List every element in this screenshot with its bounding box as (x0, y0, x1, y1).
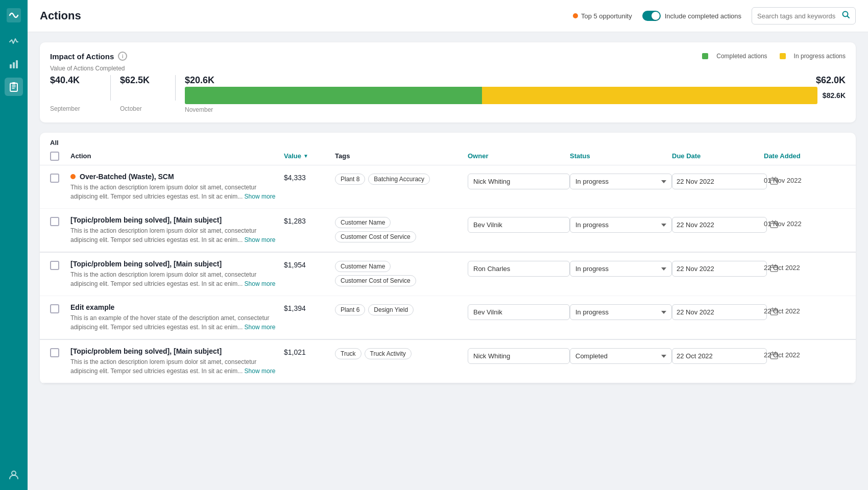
top5-dot (70, 174, 76, 179)
row-checkbox[interactable] (50, 348, 59, 357)
due-date-cell (672, 216, 764, 233)
due-date-input[interactable] (672, 217, 767, 233)
value-cell: $1,954 (284, 260, 335, 269)
svg-rect-4 (10, 83, 17, 91)
show-more-link[interactable]: Show more (245, 280, 276, 287)
progress-bar: $82.6K (185, 87, 846, 104)
col-due-date-header[interactable]: Due Date (672, 152, 764, 160)
user-icon[interactable] (5, 465, 23, 484)
status-cell: In progress Completed Not started (570, 260, 672, 277)
col-value-header[interactable]: Value ▼ (284, 152, 335, 160)
page-header: Actions Top 5 opportunity Include comple… (28, 0, 868, 32)
tag-item[interactable]: Plant 8 (335, 174, 365, 185)
oct-value: $62.5K (120, 75, 150, 86)
tag-item[interactable]: Customer Cost of Service (335, 231, 416, 242)
completed-actions-toggle-group: Include completed actions (642, 11, 741, 21)
due-date-input[interactable] (672, 304, 767, 320)
value-cell: $4,333 (284, 173, 335, 182)
impact-legend: Completed actions In progress actions (702, 53, 846, 60)
bar-end-values: $62.0K (816, 75, 846, 86)
owner-cell (468, 216, 570, 233)
completed-bar (185, 87, 482, 104)
info-icon[interactable]: i (118, 52, 127, 61)
show-more-link[interactable]: Show more (245, 193, 276, 200)
sidebar-logo (5, 6, 23, 24)
pulse-icon[interactable] (5, 33, 23, 51)
col-owner-header[interactable]: Owner (468, 152, 570, 160)
filter-all-label[interactable]: All (50, 139, 59, 146)
tag-item[interactable]: Truck Activity (365, 348, 412, 359)
actions-table-card: All Action Value ▼ Tags Owner Status Due… (40, 133, 856, 384)
col-status-header[interactable]: Status (570, 152, 672, 160)
action-cell: [Topic/problem being solved], [Main subj… (70, 216, 284, 244)
owner-input[interactable] (468, 174, 570, 189)
search-box[interactable] (752, 7, 856, 24)
tags-cell: Plant 8Batching Accuracy (335, 173, 468, 185)
inprogress-bar (482, 87, 817, 104)
tag-item[interactable]: Plant 6 (335, 304, 365, 315)
status-select[interactable]: In progress Completed Not started (570, 304, 672, 320)
svg-point-6 (12, 471, 16, 475)
legend-opportunity-label: Top 5 opportunity (581, 12, 632, 20)
tag-item[interactable]: Batching Accuracy (368, 174, 430, 185)
row-checkbox[interactable] (50, 217, 59, 226)
col-checkbox-header (50, 151, 70, 161)
page-title: Actions (40, 9, 81, 22)
owner-input[interactable] (468, 304, 570, 320)
owner-input[interactable] (468, 217, 570, 233)
table-body: Over-Batched (Waste), SCM This is the ac… (40, 165, 856, 384)
date-added-cell: 01 Nov 2022 (764, 173, 846, 184)
tag-item[interactable]: Customer Name (335, 261, 391, 272)
select-all-checkbox[interactable] (50, 152, 59, 161)
tag-item[interactable]: Customer Cost of Service (335, 275, 416, 286)
due-date-input[interactable] (672, 261, 767, 277)
status-select[interactable]: In progress Completed Not started (570, 174, 672, 189)
status-select[interactable]: In progress Completed Not started (570, 348, 672, 364)
action-title-text: [Topic/problem being solved], [Main subj… (70, 216, 222, 224)
value-label: Value of Actions Completed (50, 65, 846, 72)
owner-input[interactable] (468, 261, 570, 277)
due-date-input[interactable] (672, 348, 767, 364)
action-cell: Over-Batched (Waste), SCM This is the ac… (70, 173, 284, 201)
action-group-3: [Topic/problem being solved], [Main subj… (40, 340, 856, 384)
due-date-input[interactable] (672, 174, 767, 189)
impact-card: Impact of Actions i Completed actions In… (40, 42, 856, 122)
row-checkbox-cell (50, 216, 70, 226)
due-date-cell (672, 260, 764, 277)
date-added-cell: 22 Oct 2022 (764, 260, 846, 272)
svg-rect-5 (12, 82, 15, 84)
show-more-link[interactable]: Show more (245, 236, 276, 243)
row-checkbox[interactable] (50, 174, 59, 183)
action-title: Over-Batched (Waste), SCM (70, 173, 284, 181)
status-select[interactable]: In progress Completed Not started (570, 261, 672, 277)
tag-item[interactable]: Design Yield (368, 304, 414, 315)
impact-title-group: Impact of Actions i (50, 52, 127, 61)
action-description: This is the action description lorem ips… (70, 226, 284, 244)
sep-label: September (50, 105, 80, 112)
show-more-link[interactable]: Show more (245, 368, 276, 375)
action-description: This is the action description lorem ips… (70, 183, 284, 201)
action-cell: [Topic/problem being solved], [Main subj… (70, 347, 284, 376)
search-input[interactable] (757, 12, 839, 20)
show-more-link[interactable]: Show more (245, 324, 276, 331)
include-completed-toggle[interactable] (642, 11, 661, 21)
row-checkbox[interactable] (50, 261, 59, 270)
status-select[interactable]: In progress Completed Not started (570, 217, 672, 233)
col-action-header: Action (70, 152, 284, 160)
nov-value: $20.6K (185, 75, 214, 86)
col-date-added-header[interactable]: Date Added (764, 152, 846, 160)
date-added-cell: 01 Nov 2022 (764, 216, 846, 228)
chart-icon[interactable] (5, 55, 23, 74)
action-cell: Edit example This is an example of the h… (70, 303, 284, 332)
clipboard-icon[interactable] (5, 78, 23, 96)
owner-input[interactable] (468, 348, 570, 364)
header-controls: Top 5 opportunity Include completed acti… (573, 7, 856, 24)
table-filter-row: All (40, 133, 856, 146)
due-date-cell (672, 347, 764, 364)
value-cell: $1,021 (284, 347, 335, 356)
main-content: Actions Top 5 opportunity Include comple… (28, 0, 868, 490)
row-checkbox[interactable] (50, 304, 59, 313)
status-cell: In progress Completed Not started (570, 347, 672, 364)
tag-item[interactable]: Customer Name (335, 217, 391, 228)
tag-item[interactable]: Truck (335, 348, 361, 359)
